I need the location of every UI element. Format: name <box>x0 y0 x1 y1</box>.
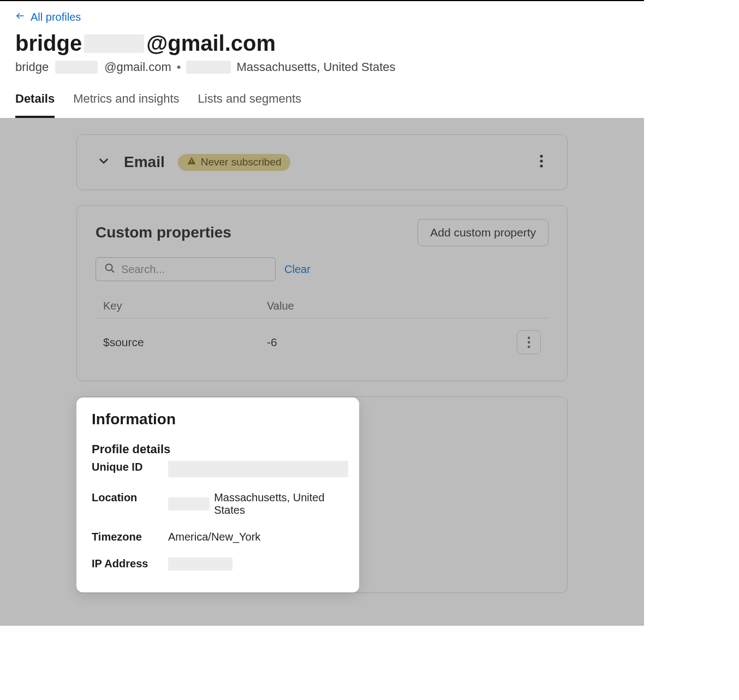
tabs: Details Metrics and insights Lists and s… <box>15 86 629 118</box>
value-timezone: America/New_York <box>168 531 348 543</box>
profile-details-grid: Unique ID Location Massachusetts, United… <box>92 461 344 571</box>
title-prefix: bridge <box>15 31 82 56</box>
table-header-row: Key Value <box>96 294 549 318</box>
value-ip <box>168 557 348 571</box>
custom-properties-search-input[interactable] <box>121 263 267 276</box>
search-icon <box>104 262 116 276</box>
chevron-down-icon[interactable] <box>97 154 111 170</box>
page-body: Email Never subscribed Custom properties… <box>0 118 644 626</box>
tab-metrics[interactable]: Metrics and insights <box>73 86 179 118</box>
label-unique-id: Unique ID <box>92 461 168 477</box>
redacted-segment <box>186 61 231 74</box>
subscription-status-badge: Never subscribed <box>178 154 290 171</box>
email-card-title: Email <box>124 153 165 171</box>
email-card-left: Email Never subscribed <box>97 153 290 171</box>
badge-label: Never subscribed <box>201 156 282 168</box>
clear-search-link[interactable]: Clear <box>284 263 311 276</box>
col-value: Value <box>267 300 508 312</box>
tab-details[interactable]: Details <box>15 86 55 118</box>
svg-rect-2 <box>191 162 192 163</box>
profile-title: bridge @gmail.com <box>15 31 629 56</box>
custom-properties-title: Custom properties <box>96 224 231 241</box>
custom-properties-table: Key Value $source -6 <box>96 294 549 366</box>
tab-lists[interactable]: Lists and segments <box>198 86 302 118</box>
svg-point-4 <box>540 159 543 162</box>
redacted-segment <box>84 34 144 53</box>
label-location: Location <box>92 491 168 517</box>
svg-rect-1 <box>191 159 192 162</box>
information-title: Information <box>92 411 344 428</box>
sub-location: Massachusetts, United States <box>236 60 395 74</box>
redacted-segment <box>168 461 348 477</box>
warning-icon <box>187 156 196 169</box>
back-to-all-profiles-link[interactable]: All profiles <box>15 8 81 31</box>
redacted-segment <box>55 61 98 74</box>
location-text: Massachusetts, United States <box>214 491 348 517</box>
svg-point-3 <box>540 155 543 157</box>
svg-point-8 <box>528 337 530 339</box>
page-header: All profiles bridge @gmail.com bridge @g… <box>0 1 644 118</box>
custom-properties-header: Custom properties Add custom property <box>96 219 549 246</box>
search-input-wrapper[interactable] <box>96 257 276 281</box>
row-value: -6 <box>267 336 508 349</box>
svg-line-7 <box>111 270 114 272</box>
value-location: Massachusetts, United States <box>168 491 348 517</box>
svg-point-9 <box>528 341 530 343</box>
profile-subline: bridge @gmail.com • Massachusetts, Unite… <box>15 60 629 74</box>
col-key: Key <box>103 300 267 312</box>
row-menu-button[interactable] <box>517 330 541 354</box>
profile-details-subhead: Profile details <box>92 442 344 456</box>
custom-properties-search-row: Clear <box>96 257 549 281</box>
add-custom-property-button[interactable]: Add custom property <box>418 219 549 246</box>
sub-email-prefix: bridge <box>15 60 49 74</box>
back-link-label: All profiles <box>31 11 81 23</box>
value-unique-id <box>168 461 348 477</box>
separator-dot: • <box>177 60 181 74</box>
svg-point-10 <box>528 346 530 348</box>
arrow-left-icon <box>15 11 25 23</box>
sub-email-suffix: @gmail.com <box>104 60 171 74</box>
row-key: $source <box>103 336 267 349</box>
information-popover: Information Profile details Unique ID Lo… <box>76 398 359 592</box>
email-channel-card: Email Never subscribed <box>76 134 568 190</box>
redacted-segment <box>168 557 233 571</box>
custom-properties-card: Custom properties Add custom property Cl… <box>76 205 568 381</box>
redacted-segment <box>168 497 210 511</box>
label-ip: IP Address <box>92 557 168 571</box>
svg-point-5 <box>540 164 543 167</box>
title-suffix: @gmail.com <box>146 31 276 56</box>
table-row: $source -6 <box>96 318 549 366</box>
label-timezone: Timezone <box>92 531 168 543</box>
email-card-menu-button[interactable] <box>535 150 547 174</box>
